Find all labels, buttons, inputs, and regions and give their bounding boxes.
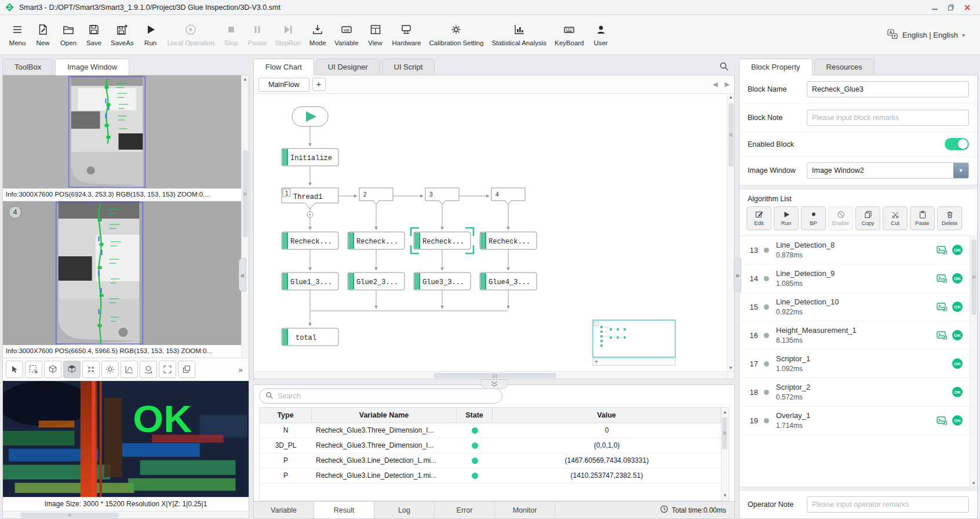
language-selector[interactable]: English | English ▾ [887, 28, 975, 42]
scroll-down-arrow[interactable]: ▼ [970, 481, 977, 486]
table-vertical-scrollbar[interactable]: ▲ ≡ ▼ [722, 407, 729, 501]
image-overlay-icon[interactable] [937, 416, 948, 426]
hardware-button[interactable]: Hardware [388, 17, 425, 52]
image-overlay-icon[interactable] [937, 274, 948, 284]
flow-node-glue1[interactable]: Glue1_3... [282, 273, 338, 290]
tab-monitor[interactable]: Monitor [495, 502, 555, 518]
tab-scroll-right-icon[interactable]: ▶ [725, 81, 730, 88]
algorithm-row[interactable]: 16 Height_Measurement_1 6.135ms [739, 321, 970, 350]
local-operation-button[interactable]: Local Operation [163, 17, 218, 52]
search-input[interactable] [278, 392, 496, 400]
cut-button[interactable]: Cut [883, 206, 908, 230]
scrollbar-thumb[interactable]: ≡ [971, 239, 977, 315]
edit-button[interactable]: Edit [746, 206, 771, 230]
algorithm-row[interactable]: 14 Line_Detection_9 1.085ms [739, 264, 970, 293]
mode-button[interactable]: Mode [305, 17, 330, 52]
statistical-analysis-button[interactable]: Statistical Analysis [487, 17, 551, 52]
image-preview-1[interactable] [3, 75, 241, 188]
fit-screen-button[interactable] [82, 361, 100, 378]
scrollbar-thumb[interactable]: ≡ [722, 417, 727, 449]
calibration-setting-button[interactable]: Calibration Setting [425, 17, 487, 52]
cube-wireframe-button[interactable] [44, 361, 61, 378]
variable-button[interactable]: var Variable [330, 17, 362, 52]
tab-ui-script[interactable]: UI Script [382, 59, 435, 75]
run-button[interactable]: Run [138, 17, 163, 52]
flow-node-start[interactable] [292, 107, 328, 126]
tab-toolbox[interactable]: ToolBox [2, 59, 53, 75]
scrollbar-thumb[interactable]: ≡ [20, 513, 119, 518]
scroll-up-arrow[interactable]: ▲ [242, 75, 249, 84]
scroll-down-arrow[interactable]: ▼ [727, 365, 734, 371]
image-overlay-icon[interactable] [937, 302, 948, 312]
tab-resources[interactable]: Resources [814, 59, 875, 75]
column-type[interactable]: Type [260, 408, 312, 423]
point-cloud-view[interactable]: OK [3, 381, 249, 497]
enable-button[interactable]: Enable [828, 206, 853, 230]
flow-node-glue3[interactable]: Glue3_3... [414, 273, 471, 290]
enabled-block-toggle[interactable] [945, 138, 969, 150]
column-value[interactable]: Value [493, 408, 721, 423]
tab-mainflow[interactable]: MainFlow [258, 78, 309, 92]
table-row[interactable]: P Recheck_Glue3.Line_Detection_L.mi... (… [260, 453, 721, 469]
flow-canvas[interactable]: Initialize 1 Thread1 [254, 94, 727, 371]
menu-button[interactable]: Menu [5, 17, 30, 52]
add-flow-button[interactable]: + [312, 78, 326, 91]
flow-minimap[interactable] [593, 320, 675, 365]
image-overlay-icon[interactable] [937, 331, 948, 340]
scroll-up-arrow[interactable]: ▲ [722, 408, 728, 416]
image-overlay-icon[interactable] [937, 245, 948, 255]
flow-node-initialize[interactable]: Initialize [282, 148, 338, 166]
tab-error[interactable]: Error [435, 502, 495, 518]
block-name-input[interactable] [807, 81, 969, 97]
flow-node-thread1[interactable]: 1 Thread1 [282, 188, 338, 209]
column-state[interactable]: State [457, 408, 493, 423]
algorithm-row[interactable]: 18 Scriptor_2 0.572ms [739, 378, 970, 407]
algorithm-row[interactable]: 15 Line_Detection_10 0.922ms [739, 293, 970, 321]
close-button[interactable] [964, 4, 971, 11]
tab-image-window[interactable]: Image Window [55, 59, 129, 75]
roi-select-button[interactable] [25, 361, 42, 378]
variable-search-box[interactable] [259, 389, 502, 404]
flow-node-total[interactable]: total [282, 328, 338, 346]
run-algorithm-button[interactable]: Run [774, 206, 799, 230]
step-run-button[interactable]: StepRun [271, 17, 305, 52]
user-button[interactable]: User [588, 17, 614, 52]
cube-solid-button[interactable] [63, 361, 81, 378]
flow-node-recheck4[interactable]: Recheck... [480, 232, 537, 249]
tab-scroll-left-icon[interactable]: ◀ [713, 81, 717, 88]
table-row[interactable]: N Recheck_Glue3.Three_Dimension_I... 0 [260, 423, 721, 438]
algorithm-row[interactable]: 13 Line_Detection_8 0.878ms [739, 236, 970, 264]
flow-vertical-scrollbar[interactable]: ▲ ≡ ▼ [727, 94, 734, 371]
image-window-select[interactable]: Image Window2 ▼ [807, 162, 969, 179]
flow-node-thread4[interactable]: 4 [491, 188, 525, 205]
table-row[interactable]: P Recheck_Glue3.Line_Detection_1.mi... (… [260, 469, 721, 484]
tab-block-property[interactable]: Block Property [739, 59, 813, 75]
search-icon[interactable] [719, 61, 729, 71]
scrollbar-thumb[interactable]: ||| [433, 373, 556, 378]
collapse-left-panel-button[interactable]: « [239, 258, 246, 292]
block-note-input[interactable] [807, 110, 969, 126]
tab-log[interactable]: Log [374, 502, 435, 518]
view-button[interactable]: View [363, 17, 388, 52]
column-variable-name[interactable]: Variable Name [312, 408, 457, 423]
operator-note-input[interactable] [807, 496, 969, 513]
algorithm-row[interactable]: 17 Scriptor_1 1.092ms [739, 350, 970, 378]
profile-curve-button[interactable] [121, 361, 138, 378]
flow-node-thread3[interactable]: 3 [425, 188, 459, 205]
flow-node-recheck1[interactable]: Recheck... [282, 232, 338, 249]
more-tools-button[interactable]: » [235, 361, 246, 378]
table-row[interactable]: 3D_PL Recheck_Glue3.Three_Dimension_I...… [260, 438, 721, 453]
layers-button[interactable] [178, 361, 195, 378]
left-horizontal-scrollbar[interactable]: ≡ [3, 511, 249, 518]
left-vertical-scrollbar[interactable]: ▲ ≡ [241, 75, 249, 358]
save-as-button[interactable]: SaveAs [107, 17, 138, 52]
scrollbar-thumb[interactable]: ≡ [728, 103, 734, 167]
flow-horizontal-scrollbar[interactable]: ||| [254, 372, 727, 379]
flow-node-recheck2[interactable]: Recheck... [348, 232, 405, 249]
minimize-button[interactable] [931, 4, 938, 11]
tab-ui-designer[interactable]: UI Designer [316, 59, 380, 75]
new-button[interactable]: New [30, 17, 56, 52]
algorithm-row[interactable]: 19 Overlay_1 1.714ms [739, 407, 970, 435]
rotate-view-button[interactable] [140, 361, 157, 378]
collapse-right-panel-button[interactable]: » [734, 258, 741, 292]
